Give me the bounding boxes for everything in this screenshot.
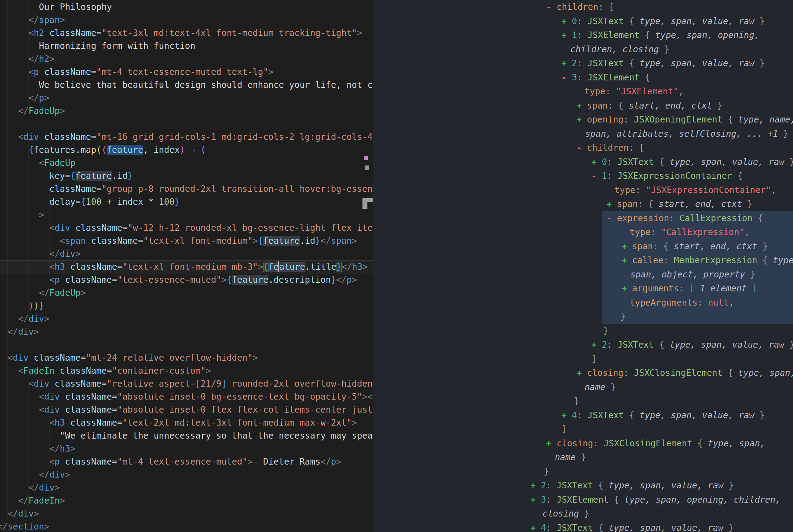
ast-node-line[interactable]: + 0: JSXText { type, span, value, raw }: [373, 14, 793, 28]
ast-node-line[interactable]: typeArguments: null,: [373, 296, 793, 310]
code-line[interactable]: </p>: [0, 92, 373, 104]
ast-node-line[interactable]: + span: { start, end, ctxt }: [373, 99, 793, 113]
code-line[interactable]: </FadeUp>: [0, 286, 373, 299]
expand-plus-icon[interactable]: +: [622, 283, 632, 293]
code-line[interactable]: <p className="text-essence-muted">{featu…: [0, 273, 373, 286]
ast-node-line[interactable]: + closing: JSXClosingElement { type, spa…: [373, 366, 793, 380]
ast-node-line[interactable]: span, attributes, selfClosing, ... +1 }: [373, 127, 793, 141]
ast-node-line[interactable]: + 2: JSXText { type, span, value, raw }: [373, 56, 793, 71]
collapse-minus-icon[interactable]: -: [591, 171, 602, 181]
code-line[interactable]: </h2>: [0, 53, 373, 65]
expand-plus-icon[interactable]: +: [561, 58, 572, 68]
ast-node-line[interactable]: type: "JSXExpressionContainer",: [373, 183, 793, 197]
ast-node-line[interactable]: + span: { start, end, ctxt }: [373, 240, 793, 254]
ast-node-line[interactable]: }: [373, 394, 793, 408]
collapse-minus-icon[interactable]: -: [546, 2, 557, 12]
code-line[interactable]: key={feature.id}: [0, 170, 373, 183]
code-line[interactable]: <p className="mt-4 text-essence-muted te…: [0, 65, 373, 79]
code-line[interactable]: We believe that beautiful design should …: [0, 79, 373, 92]
code-line[interactable]: </div>: [0, 325, 373, 338]
ast-node-line[interactable]: + 2: JSXText { type, span, value, raw }: [373, 478, 793, 493]
ast-node-line[interactable]: }: [373, 310, 793, 324]
code-line[interactable]: >: [0, 208, 373, 222]
ast-node-line[interactable]: + 0: JSXText { type, span, value, raw }: [373, 155, 793, 169]
code-line[interactable]: <span className="text-xl font-medium">{f…: [0, 234, 373, 247]
code-line[interactable]: [0, 338, 373, 352]
ast-node-line[interactable]: + opening: JSXOpeningElement { type, nam…: [373, 113, 793, 127]
code-line[interactable]: </h3>: [0, 442, 373, 455]
code-line[interactable]: </FadeIn>: [0, 494, 373, 507]
code-line[interactable]: delay={100 + index * 100}: [0, 195, 373, 208]
jsx-source-editor-pane[interactable]: Our Philosophy</span><h2 className="text…: [0, 0, 373, 532]
ast-node-line[interactable]: - 1: JSXExpressionContainer {: [373, 169, 793, 183]
expand-plus-icon[interactable]: +: [530, 480, 541, 491]
code-line[interactable]: <FadeUp: [0, 156, 373, 170]
expand-plus-icon[interactable]: +: [561, 16, 572, 26]
ast-node-line[interactable]: closing }: [373, 507, 793, 521]
code-line[interactable]: <div className="absolute inset-0 bg-esse…: [0, 390, 373, 403]
code-line[interactable]: </div>: [0, 312, 373, 325]
expand-plus-icon[interactable]: +: [530, 495, 541, 505]
ast-node-line[interactable]: + 3: JSXElement { type, span, opening, c…: [373, 493, 793, 507]
ast-node-line[interactable]: span, object, property }: [373, 268, 793, 282]
expand-plus-icon[interactable]: +: [577, 368, 587, 378]
expand-plus-icon[interactable]: +: [577, 114, 587, 125]
ast-node-line[interactable]: - 3: JSXElement {: [373, 71, 793, 85]
ast-node-line[interactable]: type: "CallExpression",: [373, 225, 793, 240]
collapse-minus-icon[interactable]: -: [577, 142, 587, 153]
ast-node-line[interactable]: ]: [373, 352, 793, 366]
code-line[interactable]: </div>: [0, 247, 373, 261]
ast-node-line[interactable]: }: [373, 324, 793, 338]
code-line[interactable]: <div className="w-12 h-12 rounded-xl bg-…: [0, 222, 373, 234]
expand-plus-icon[interactable]: +: [577, 100, 587, 111]
expand-plus-icon[interactable]: +: [622, 255, 632, 265]
ast-node-line[interactable]: + arguments: [ 1 element ]: [373, 282, 793, 296]
ast-node-line[interactable]: }: [373, 464, 793, 479]
expand-plus-icon[interactable]: +: [591, 340, 602, 350]
code-line[interactable]: <FadeIn className="container-custom">: [0, 364, 373, 377]
expand-plus-icon[interactable]: +: [561, 30, 572, 40]
expand-plus-icon[interactable]: +: [622, 241, 632, 251]
code-line[interactable]: <div className="relative aspect-[21/9] r…: [0, 377, 373, 390]
ast-node-line[interactable]: - expression: CallExpression {: [373, 211, 793, 226]
code-line[interactable]: <div className="mt-24 relative overflow-…: [0, 352, 373, 364]
expand-plus-icon[interactable]: +: [591, 157, 602, 167]
code-line[interactable]: </div>: [0, 468, 373, 481]
ast-tree-explorer-pane[interactable]: - children: [+ 0: JSXText { type, span, …: [373, 0, 793, 532]
expand-plus-icon[interactable]: +: [530, 523, 541, 532]
code-line[interactable]: "We eliminate the unnecessary so that th…: [0, 429, 373, 442]
ast-node-line[interactable]: type: "JSXElement",: [373, 84, 793, 99]
ast-node-line[interactable]: name }: [373, 380, 793, 394]
code-line[interactable]: <p className="mt-4 text-essence-muted">—…: [0, 455, 373, 468]
ast-node-line[interactable]: name }: [373, 450, 793, 464]
code-line[interactable]: <div className="absolute inset-0 flex fl…: [0, 403, 373, 416]
code-line[interactable]: {features.map((feature, index) ⇒ (: [0, 144, 373, 156]
ast-node-line[interactable]: + 4: JSXText { type, span, value, raw }: [373, 408, 793, 422]
ast-node-line[interactable]: + 4: JSXText { type, span, value, raw }: [373, 521, 793, 532]
ast-node-line[interactable]: ]: [373, 422, 793, 436]
expand-plus-icon[interactable]: +: [606, 199, 617, 209]
ast-node-line[interactable]: - children: [: [373, 0, 793, 14]
code-line[interactable]: <div className="mt-16 grid grid-cols-1 m…: [0, 131, 373, 144]
collapse-minus-icon[interactable]: -: [561, 72, 572, 82]
ast-node-line[interactable]: + 2: JSXText { type, span, value, raw }: [373, 338, 793, 352]
code-line[interactable]: <h3 className="text-xl font-medium mb-3"…: [0, 261, 373, 273]
code-line[interactable]: </section>: [0, 520, 373, 532]
code-line[interactable]: className="group p-8 rounded-2xl transit…: [0, 183, 373, 195]
code-line[interactable]: </FadeUp>: [0, 104, 373, 117]
code-line[interactable]: </div>: [0, 481, 373, 494]
expand-plus-icon[interactable]: +: [546, 438, 557, 449]
code-line[interactable]: ))}: [0, 299, 373, 312]
ast-node-line[interactable]: + 1: JSXElement { type, span, opening,: [373, 28, 793, 42]
code-line[interactable]: <h2 className="text-3xl md:text-4xl font…: [0, 26, 373, 40]
code-line[interactable]: <h3 className="text-2xl md:text-3xl font…: [0, 416, 373, 429]
ast-node-line[interactable]: - children: [: [373, 141, 793, 155]
code-line[interactable]: [0, 117, 373, 131]
code-line[interactable]: Our Philosophy: [0, 1, 373, 14]
code-line[interactable]: Harmonizing form with function: [0, 40, 373, 53]
ast-node-line[interactable]: + closing: JSXClosingElement { type, spa…: [373, 436, 793, 451]
ast-node-line[interactable]: children, closing }: [373, 42, 793, 57]
ast-node-line[interactable]: + callee: MemberExpression { type,: [373, 253, 793, 268]
collapse-minus-icon[interactable]: -: [606, 213, 617, 223]
code-line[interactable]: </span>: [0, 14, 373, 26]
